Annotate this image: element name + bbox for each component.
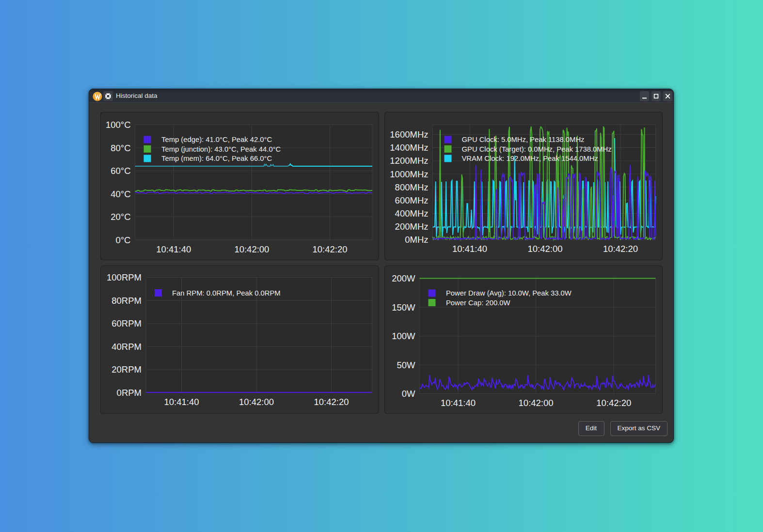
svg-text:600MHz: 600MHz xyxy=(395,195,428,205)
svg-text:0MHz: 0MHz xyxy=(405,235,428,245)
svg-text:VRAM Clock: 192.0MHz, Peak 154: VRAM Clock: 192.0MHz, Peak 1544.0MHz xyxy=(461,155,598,162)
svg-text:Temp (edge): 41.0°C, Peak 42.0: Temp (edge): 41.0°C, Peak 42.0°C xyxy=(161,136,272,143)
svg-text:Power Draw (Avg): 10.0W, Peak: Power Draw (Avg): 10.0W, Peak 33.0W xyxy=(446,289,572,297)
svg-text:40RPM: 40RPM xyxy=(111,341,142,351)
svg-text:10:42:20: 10:42:20 xyxy=(312,244,347,254)
svg-text:20RPM: 20RPM xyxy=(111,364,142,375)
svg-text:1000MHz: 1000MHz xyxy=(390,169,428,179)
svg-text:400MHz: 400MHz xyxy=(395,208,428,219)
svg-text:0°C: 0°C xyxy=(115,235,130,245)
svg-text:Temp (junction): 43.0°C, Peak: Temp (junction): 43.0°C, Peak 44.0°C xyxy=(161,145,281,153)
svg-text:100°C: 100°C xyxy=(106,120,131,130)
svg-text:50W: 50W xyxy=(397,360,415,370)
svg-text:1400MHz: 1400MHz xyxy=(390,142,428,153)
svg-text:150W: 150W xyxy=(392,302,415,312)
svg-text:10:42:20: 10:42:20 xyxy=(596,398,631,408)
svg-text:10:41:40: 10:41:40 xyxy=(156,244,191,254)
svg-text:10:42:00: 10:42:00 xyxy=(239,397,274,407)
svg-text:20°C: 20°C xyxy=(111,212,130,222)
svg-text:10:42:00: 10:42:00 xyxy=(527,244,562,254)
svg-text:0RPM: 0RPM xyxy=(117,388,142,398)
svg-text:0W: 0W xyxy=(401,389,415,399)
svg-text:10:41:40: 10:41:40 xyxy=(164,397,199,407)
svg-text:10:41:40: 10:41:40 xyxy=(452,244,487,254)
svg-text:10:42:20: 10:42:20 xyxy=(603,244,637,254)
svg-text:60°C: 60°C xyxy=(111,166,130,176)
svg-text:40°C: 40°C xyxy=(111,188,130,199)
svg-text:80RPM: 80RPM xyxy=(111,295,142,305)
svg-text:80°C: 80°C xyxy=(111,142,130,153)
svg-text:60RPM: 60RPM xyxy=(111,318,142,329)
svg-text:10:42:00: 10:42:00 xyxy=(518,398,553,408)
svg-text:800MHz: 800MHz xyxy=(395,182,428,192)
svg-text:10:41:40: 10:41:40 xyxy=(440,398,475,408)
svg-text:10:42:00: 10:42:00 xyxy=(234,244,269,254)
svg-text:1200MHz: 1200MHz xyxy=(390,156,428,166)
svg-text:GPU Clock: 5.0MHz, Peak 1138.0: GPU Clock: 5.0MHz, Peak 1138.0MHz xyxy=(461,136,584,143)
svg-text:10:42:20: 10:42:20 xyxy=(314,397,349,407)
svg-text:Power Cap: 200.0W: Power Cap: 200.0W xyxy=(446,298,510,306)
svg-text:200W: 200W xyxy=(392,273,415,283)
svg-text:Temp (mem): 64.0°C, Peak 66.0°: Temp (mem): 64.0°C, Peak 66.0°C xyxy=(161,155,272,162)
svg-text:1600MHz: 1600MHz xyxy=(390,129,428,140)
svg-text:Fan RPM: 0.0RPM, Peak 0.0RPM: Fan RPM: 0.0RPM, Peak 0.0RPM xyxy=(172,289,281,297)
svg-text:GPU Clock (Target): 0.0MHz, Pe: GPU Clock (Target): 0.0MHz, Peak 1738.0M… xyxy=(461,145,611,153)
svg-text:100RPM: 100RPM xyxy=(107,272,142,282)
svg-text:100W: 100W xyxy=(392,331,415,341)
svg-text:200MHz: 200MHz xyxy=(395,221,428,232)
